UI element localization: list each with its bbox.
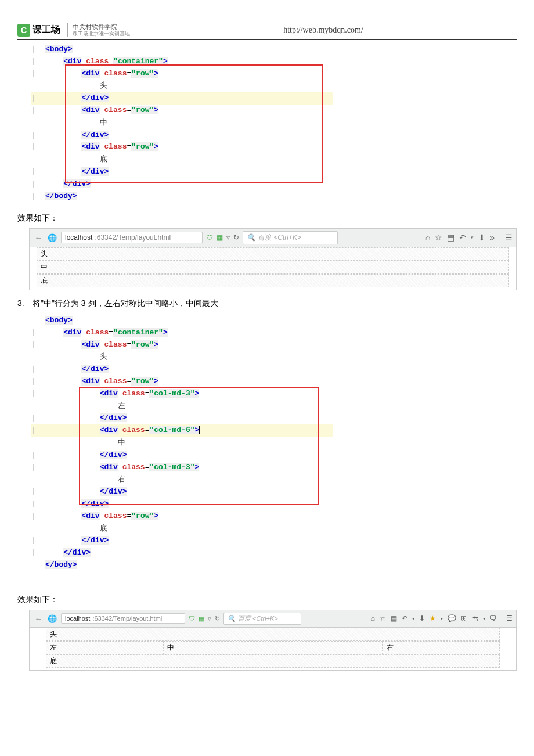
- text-left: 左: [118, 401, 125, 410]
- logo-sub-line2: 课工场北京唯一实训基地: [73, 31, 130, 37]
- addr-host: localhost: [65, 233, 92, 242]
- shield-icon[interactable]: 🛡: [206, 233, 213, 242]
- chevron-down-icon[interactable]: ▾: [471, 235, 474, 240]
- class-row: row: [136, 69, 149, 78]
- addr-path: :63342/Temp/layout.html: [95, 233, 171, 242]
- menu-icon[interactable]: ☰: [505, 233, 513, 242]
- row-mid: 中: [37, 261, 509, 274]
- address-bar[interactable]: localhost:63342/Temp/layout.html: [61, 232, 203, 243]
- library-icon[interactable]: ▤: [447, 233, 454, 242]
- search-box-2[interactable]: 🔍 百度 <Ctrl+K>: [223, 613, 301, 625]
- logo-sub-line1: 中关村软件学院: [73, 23, 130, 31]
- chevron-down-icon[interactable]: ▾: [441, 616, 443, 621]
- chat2-icon[interactable]: 🗨: [490, 614, 497, 622]
- tag-div: div: [68, 57, 81, 66]
- undo-icon[interactable]: ↶: [459, 233, 466, 242]
- search-placeholder: 百度 <Ctrl+K>: [258, 233, 301, 243]
- text-bottom: 底: [100, 154, 107, 163]
- grid-icon[interactable]: ▦: [199, 615, 204, 622]
- globe-icon: 🌐: [47, 613, 57, 624]
- more-icon[interactable]: »: [490, 233, 495, 242]
- grid-icon[interactable]: ▦: [217, 233, 223, 242]
- search-icon: 🔍: [228, 615, 236, 622]
- chat-icon[interactable]: 💬: [448, 614, 456, 622]
- download-icon[interactable]: ⬇: [478, 233, 485, 242]
- bookmark-icon[interactable]: ★: [430, 614, 436, 622]
- code-block-1: |<body> | <div class="container"> | <div…: [31, 44, 517, 206]
- logo: C 课工场 中关村软件学院 课工场北京唯一实训基地: [17, 23, 130, 37]
- row-head-2: 头: [46, 628, 500, 641]
- row-head: 头: [37, 247, 509, 261]
- search-box[interactable]: 🔍 百度 <Ctrl+K>: [243, 231, 338, 244]
- star-icon[interactable]: ☆: [435, 233, 442, 242]
- reload-icon[interactable]: ↻: [233, 233, 239, 242]
- search-icon: 🔍: [247, 233, 255, 242]
- col-left: 左: [46, 641, 163, 654]
- browser-preview-1: ← 🌐 localhost:63342/Temp/layout.html 🛡 ▦…: [29, 228, 517, 290]
- back-icon[interactable]: ←: [33, 232, 44, 243]
- shield-icon[interactable]: 🛡: [189, 615, 195, 622]
- text-head: 头: [100, 81, 107, 89]
- page-area-2: 头 左 中 右 底: [30, 628, 516, 670]
- row-bottom-2: 底: [46, 654, 500, 668]
- row-bottom: 底: [37, 274, 509, 287]
- browser-preview-2: ← 🌐 localhost:63342/Temp/layout.html 🛡 ▦…: [29, 610, 517, 671]
- tag-body: body: [50, 45, 68, 53]
- class-col6: col-md-6: [154, 426, 190, 434]
- logo-subtitle: 中关村软件学院 课工场北京唯一实训基地: [67, 23, 130, 37]
- result-label-1: 效果如下：: [17, 213, 517, 224]
- home-icon[interactable]: ⌂: [371, 614, 375, 622]
- browser-toolbar: ← 🌐 localhost:63342/Temp/layout.html 🛡 ▦…: [30, 229, 516, 247]
- undo-icon[interactable]: ↶: [402, 614, 407, 622]
- result-label-2: 效果如下：: [17, 595, 517, 605]
- reload-icon[interactable]: ↻: [215, 615, 220, 622]
- class-col3: col-md-3: [154, 389, 190, 398]
- col-right: 右: [383, 641, 500, 654]
- logo-text: 课工场: [33, 24, 60, 36]
- step-text: 将"中"行分为 3 列，左右对称比中间略小，中间最大: [33, 298, 218, 309]
- share-icon[interactable]: ⇆: [472, 614, 478, 622]
- back-icon[interactable]: ←: [33, 613, 44, 624]
- attr-class: class: [86, 57, 109, 66]
- star-icon[interactable]: ☆: [380, 614, 386, 622]
- address-bar-2[interactable]: localhost:63342/Temp/layout.html: [61, 613, 185, 624]
- dropdown-icon[interactable]: ▿: [226, 233, 230, 242]
- col-mid: 中: [163, 641, 383, 654]
- chevron-down-icon[interactable]: ▾: [412, 616, 414, 621]
- chevron-down-icon[interactable]: ▾: [483, 616, 485, 621]
- text-right: 右: [118, 474, 125, 483]
- logo-mark-icon: C: [17, 24, 30, 37]
- dropdown-icon[interactable]: ▿: [208, 615, 211, 622]
- class-container: container: [118, 57, 158, 66]
- page-area-1: 头 中 底: [30, 247, 516, 290]
- browser-toolbar-2: ← 🌐 localhost:63342/Temp/layout.html 🛡 ▦…: [30, 610, 516, 628]
- text-mid: 中: [100, 118, 107, 127]
- menu-icon[interactable]: ☰: [506, 614, 513, 622]
- step-3: 3. 将"中"行分为 3 列，左右对称比中间略小，中间最大: [17, 298, 517, 309]
- library-icon[interactable]: ▤: [391, 614, 397, 622]
- row-mid-grid: 左 中 右: [46, 641, 500, 654]
- code-block-2: <body> | <div class="container"> | <div …: [31, 315, 517, 588]
- page-header: C 课工场 中关村软件学院 课工场北京唯一实训基地 http://web.myb…: [17, 23, 517, 40]
- download-icon[interactable]: ⬇: [419, 614, 425, 622]
- home-icon[interactable]: ⌂: [425, 233, 430, 242]
- globe-icon: 🌐: [47, 232, 57, 243]
- badge-icon[interactable]: ⛨: [461, 614, 468, 622]
- step-number: 3.: [17, 298, 33, 309]
- header-url: http://web.mybdqn.com/: [130, 26, 517, 35]
